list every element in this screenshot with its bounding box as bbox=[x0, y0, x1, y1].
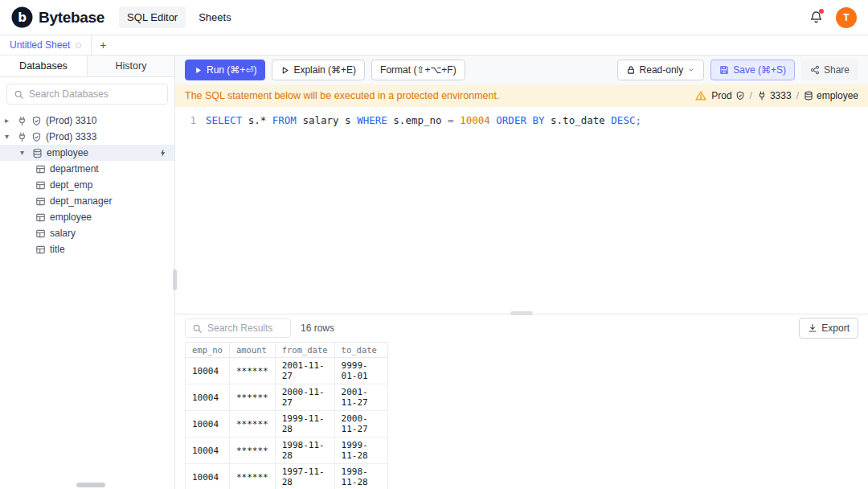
sql-token: = bbox=[448, 114, 454, 126]
column-header-to_date[interactable]: to_date bbox=[334, 343, 387, 358]
instance-plug-icon bbox=[757, 91, 767, 101]
table-cell[interactable]: 2000-11-27 bbox=[334, 411, 387, 438]
table-cell[interactable]: ****** bbox=[229, 438, 275, 464]
instance-label: 3333 bbox=[770, 90, 792, 101]
sql-token: s.* bbox=[242, 114, 272, 126]
database-search[interactable] bbox=[6, 84, 168, 105]
share-icon bbox=[810, 65, 820, 75]
share-button[interactable]: Share bbox=[801, 60, 858, 80]
sheet-tab-untitled[interactable]: Untitled Sheet bbox=[0, 35, 92, 55]
table-cell[interactable]: 1999-11-28 bbox=[334, 438, 387, 464]
connect-action[interactable] bbox=[158, 148, 168, 158]
readonly-mode-dropdown[interactable]: Read-only bbox=[617, 60, 705, 80]
sheet-tab-label: Untitled Sheet bbox=[10, 39, 70, 51]
results-resize-handle[interactable] bbox=[510, 311, 533, 315]
notification-dot bbox=[819, 9, 824, 14]
table-cell[interactable]: 2001-11-27 bbox=[275, 358, 334, 384]
chevron-down-icon bbox=[687, 66, 695, 74]
table-row[interactable]: 10004******2000-11-272001-11-27 bbox=[186, 384, 388, 411]
table-cell[interactable]: 10004 bbox=[186, 384, 230, 411]
tree-item-instance-prod-3310[interactable]: ▸(Prod) 3310 bbox=[0, 113, 174, 129]
table-row[interactable]: 10004******1999-11-282000-11-27 bbox=[186, 411, 388, 438]
chevron-down-icon[interactable]: ▾ bbox=[5, 133, 13, 141]
tree-item-table-department[interactable]: department bbox=[0, 161, 174, 177]
table-cell[interactable]: 10004 bbox=[186, 358, 230, 384]
results-panel: 16 rows Export emp_noamountfrom_dateto_d… bbox=[175, 314, 868, 489]
save-icon bbox=[719, 65, 729, 75]
table-cell[interactable]: ****** bbox=[229, 358, 275, 384]
table-icon bbox=[35, 196, 46, 207]
tree-item-table-title[interactable]: title bbox=[0, 241, 174, 257]
environment-chip[interactable]: Prod bbox=[711, 90, 744, 101]
avatar[interactable]: T bbox=[836, 7, 857, 28]
nav-sheets[interactable]: Sheets bbox=[190, 6, 239, 28]
tree-item-label: (Prod) 3310 bbox=[46, 115, 96, 126]
table-cell[interactable]: 1997-11-28 bbox=[275, 464, 334, 489]
explain-button-label: Explain (⌘+E) bbox=[293, 64, 356, 76]
table-cell[interactable]: 10004 bbox=[186, 438, 230, 464]
tree-item-instance-prod-3333[interactable]: ▾(Prod) 3333 bbox=[0, 129, 174, 145]
table-icon bbox=[35, 212, 46, 223]
sidebar-horizontal-scrollbar[interactable] bbox=[76, 483, 105, 487]
table-cell[interactable]: 10004 bbox=[186, 464, 230, 489]
tree-item-table-dept-emp[interactable]: dept_emp bbox=[0, 177, 174, 193]
database-chip[interactable]: employee bbox=[804, 90, 858, 101]
database-tree: ▸(Prod) 3310▾(Prod) 3333▾employeedepartm… bbox=[0, 111, 174, 489]
tab-databases[interactable]: Databases bbox=[0, 55, 87, 76]
sql-editor[interactable]: 1 SELECT s.* FROM salary s WHERE s.emp_n… bbox=[175, 107, 868, 314]
table-cell[interactable]: 2000-11-27 bbox=[275, 384, 334, 411]
table-cell[interactable]: 1999-11-28 bbox=[275, 411, 334, 438]
add-sheet-button[interactable]: + bbox=[92, 35, 114, 55]
table-row[interactable]: 10004******1998-11-281999-11-28 bbox=[186, 438, 388, 464]
tree-item-table-employee[interactable]: employee bbox=[0, 209, 174, 225]
database-icon bbox=[804, 91, 813, 101]
notifications-button[interactable] bbox=[809, 10, 823, 24]
export-button[interactable]: Export bbox=[799, 318, 858, 339]
table-icon bbox=[35, 244, 46, 255]
chevron-down-icon[interactable]: ▾ bbox=[20, 149, 28, 157]
results-search-input[interactable] bbox=[207, 323, 284, 334]
download-icon bbox=[808, 323, 817, 333]
column-header-amount[interactable]: amount bbox=[229, 343, 275, 358]
brand-logo[interactable]: b Bytebase bbox=[11, 6, 104, 28]
database-search-input[interactable] bbox=[29, 88, 161, 100]
explain-button[interactable]: Explain (⌘+E) bbox=[272, 60, 365, 80]
nav-sql-editor[interactable]: SQL Editor bbox=[119, 6, 186, 28]
table-cell[interactable]: 9999-01-01 bbox=[334, 358, 387, 384]
table-cell[interactable]: ****** bbox=[229, 411, 275, 438]
tab-history[interactable]: History bbox=[87, 55, 174, 76]
table-cell[interactable]: 1998-11-28 bbox=[334, 464, 387, 489]
tree-item-table-dept-manager[interactable]: dept_manager bbox=[0, 193, 174, 209]
table-row[interactable]: 10004******1997-11-281998-11-28 bbox=[186, 464, 388, 489]
table-icon bbox=[35, 164, 46, 175]
tree-item-label: title bbox=[50, 244, 65, 255]
banner-message: The SQL statement below will be executed… bbox=[185, 90, 499, 101]
results-search[interactable] bbox=[185, 318, 291, 338]
table-cell[interactable]: 1998-11-28 bbox=[275, 438, 334, 464]
column-header-emp_no[interactable]: emp_no bbox=[186, 343, 230, 358]
search-icon bbox=[14, 89, 24, 100]
sql-token: s.emp_no bbox=[387, 114, 448, 126]
format-button[interactable]: Format (⇧+⌥+F) bbox=[371, 60, 465, 80]
sql-token: SELECT bbox=[206, 114, 242, 126]
header-right: T bbox=[809, 7, 857, 28]
sql-token: WHERE bbox=[357, 114, 387, 126]
table-row[interactable]: 10004******2001-11-279999-01-01 bbox=[186, 358, 388, 384]
environment-shield-icon bbox=[31, 132, 42, 142]
save-button[interactable]: Save (⌘+S) bbox=[710, 60, 795, 80]
database-icon bbox=[32, 148, 43, 158]
table-cell[interactable]: 2001-11-27 bbox=[334, 384, 387, 411]
table-cell[interactable]: 10004 bbox=[186, 411, 230, 438]
table-cell[interactable]: ****** bbox=[229, 384, 275, 411]
results-table: emp_noamountfrom_dateto_date 10004******… bbox=[185, 342, 388, 489]
table-cell[interactable]: ****** bbox=[229, 464, 275, 489]
sidebar-resize-handle[interactable] bbox=[173, 269, 177, 290]
tree-item-table-salary[interactable]: salary bbox=[0, 225, 174, 241]
column-header-from_date[interactable]: from_date bbox=[275, 343, 334, 358]
chevron-right-icon[interactable]: ▸ bbox=[5, 117, 13, 125]
run-button[interactable]: Run (⌘+⏎) bbox=[185, 60, 265, 80]
content: Databases History ▸(Prod) 3310▾(Prod) 33… bbox=[0, 55, 868, 489]
instance-chip[interactable]: 3333 bbox=[757, 90, 792, 101]
tree-item-database-employee[interactable]: ▾employee bbox=[0, 145, 174, 161]
sql-token: ORDER BY bbox=[496, 114, 544, 126]
